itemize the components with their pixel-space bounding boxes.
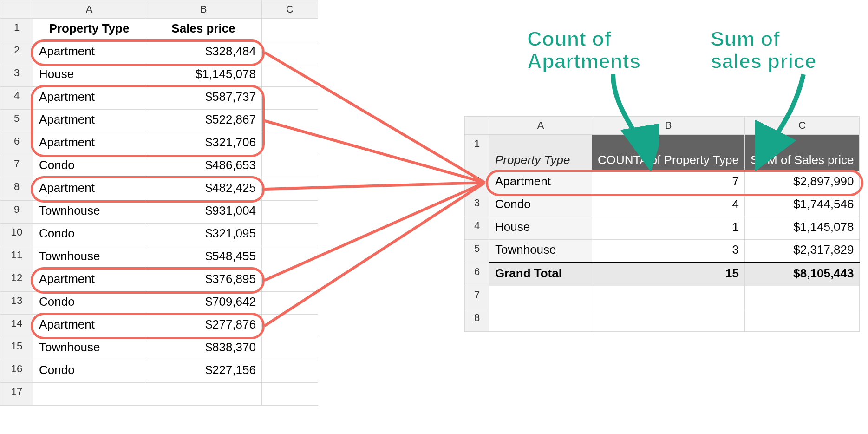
cell-sales-price[interactable]: $486,653: [145, 155, 261, 178]
pivot-row-label[interactable]: Apartment: [489, 171, 592, 194]
row-number[interactable]: 3: [465, 194, 489, 217]
row-number[interactable]: 7: [0, 155, 33, 178]
row-number[interactable]: 10: [0, 224, 33, 246]
header-property-type[interactable]: Property Type: [33, 19, 145, 41]
cell[interactable]: [262, 315, 318, 337]
pivot-sum[interactable]: $2,897,990: [745, 171, 860, 194]
row-number[interactable]: 5: [465, 240, 489, 263]
pivot-row-label[interactable]: House: [489, 217, 592, 239]
row-number[interactable]: 15: [0, 337, 33, 360]
cell[interactable]: [262, 360, 318, 382]
pivot-count[interactable]: 4: [592, 194, 744, 217]
cell-sales-price[interactable]: $522,867: [145, 110, 261, 132]
row-number[interactable]: 17: [0, 383, 33, 406]
pivot-count[interactable]: 1: [592, 217, 744, 239]
cell[interactable]: [262, 178, 318, 200]
cell-property-type[interactable]: Apartment: [33, 132, 145, 155]
row-number[interactable]: 16: [0, 360, 33, 383]
cell-property-type[interactable]: Apartment: [33, 269, 145, 291]
cell-sales-price[interactable]: $587,737: [145, 87, 261, 109]
cell[interactable]: [745, 309, 860, 331]
cell-property-type[interactable]: Apartment: [33, 110, 145, 132]
pivot-count-header[interactable]: COUNTA of Property Type: [592, 148, 744, 171]
row-number[interactable]: 14: [0, 315, 33, 337]
cell[interactable]: [262, 246, 318, 269]
row-number[interactable]: 5: [0, 110, 33, 132]
pivot-sum[interactable]: $1,145,078: [745, 217, 860, 239]
cell-sales-price[interactable]: $1,145,078: [145, 64, 261, 86]
cell-property-type[interactable]: Townhouse: [33, 337, 145, 360]
pivot-row-label-header[interactable]: Property Type: [489, 148, 592, 171]
cell-property-type[interactable]: Townhouse: [33, 201, 145, 223]
cell-property-type[interactable]: Townhouse: [33, 246, 145, 269]
cell-sales-price[interactable]: $709,642: [145, 292, 261, 314]
pivot-row-label[interactable]: Condo: [489, 194, 592, 217]
row-number[interactable]: 4: [0, 87, 33, 110]
cell[interactable]: [262, 155, 318, 178]
column-header-c[interactable]: C: [744, 117, 860, 135]
row-number[interactable]: 2: [465, 171, 489, 194]
row-number[interactable]: 2: [0, 41, 33, 64]
row-number[interactable]: 12: [0, 269, 33, 292]
cell-property-type[interactable]: Apartment: [33, 315, 145, 337]
pivot-sum[interactable]: $1,744,546: [745, 194, 860, 217]
column-header-a[interactable]: A: [489, 117, 592, 135]
column-header-a[interactable]: A: [33, 0, 145, 19]
cell[interactable]: [262, 132, 318, 155]
cell-sales-price[interactable]: $328,484: [145, 41, 261, 64]
cell-sales-price[interactable]: $227,156: [145, 360, 261, 382]
row-number[interactable]: 1: [0, 19, 33, 41]
cell-sales-price[interactable]: $321,095: [145, 224, 261, 246]
cell-property-type[interactable]: Condo: [33, 224, 145, 246]
cell-property-type[interactable]: Apartment: [33, 178, 145, 200]
row-number[interactable]: 11: [0, 246, 33, 269]
cell-property-type[interactable]: [33, 383, 145, 405]
cell[interactable]: [262, 41, 318, 64]
cell-property-type[interactable]: Condo: [33, 155, 145, 178]
cell-sales-price[interactable]: [145, 383, 261, 405]
cell[interactable]: [592, 286, 744, 309]
cell-property-type[interactable]: House: [33, 64, 145, 86]
header-sales-price[interactable]: Sales price: [145, 19, 261, 41]
cell[interactable]: [592, 309, 744, 331]
cell[interactable]: [262, 292, 318, 314]
cell[interactable]: [262, 383, 318, 405]
cell-sales-price[interactable]: $548,455: [145, 246, 261, 269]
cell-sales-price[interactable]: $376,895: [145, 269, 261, 291]
pivot-sum-header[interactable]: SUM of Sales price: [745, 148, 860, 171]
grand-total-sum[interactable]: $8,105,443: [745, 263, 860, 286]
cell[interactable]: [489, 309, 592, 331]
cell[interactable]: [262, 87, 318, 109]
pivot-count[interactable]: 3: [592, 240, 744, 262]
cell[interactable]: [745, 286, 860, 309]
column-header-b[interactable]: B: [592, 117, 745, 135]
pivot-sum[interactable]: $2,317,829: [745, 240, 860, 262]
cell[interactable]: [262, 19, 318, 41]
pivot-count[interactable]: 7: [592, 171, 744, 194]
row-number[interactable]: 6: [0, 132, 33, 155]
row-number[interactable]: 13: [0, 292, 33, 315]
column-header-b[interactable]: B: [145, 0, 262, 19]
cell[interactable]: [262, 201, 318, 223]
row-number[interactable]: 6: [465, 263, 489, 286]
cell-sales-price[interactable]: $931,004: [145, 201, 261, 223]
cell[interactable]: [262, 110, 318, 132]
row-number[interactable]: 9: [0, 201, 33, 224]
cell-sales-price[interactable]: $321,706: [145, 132, 261, 155]
row-number[interactable]: 3: [0, 64, 33, 87]
cell-property-type[interactable]: Apartment: [33, 41, 145, 64]
cell-sales-price[interactable]: $838,370: [145, 337, 261, 360]
cell[interactable]: [262, 224, 318, 246]
cell[interactable]: [489, 286, 592, 309]
cell-sales-price[interactable]: $277,876: [145, 315, 261, 337]
row-number[interactable]: 8: [465, 309, 489, 332]
cell[interactable]: [262, 269, 318, 291]
pivot-row-label[interactable]: Townhouse: [489, 240, 592, 262]
cell-sales-price[interactable]: $482,425: [145, 178, 261, 200]
row-number[interactable]: 8: [0, 178, 33, 201]
cell[interactable]: [262, 337, 318, 360]
cell-property-type[interactable]: Condo: [33, 360, 145, 382]
row-number[interactable]: 4: [465, 217, 489, 240]
grand-total-count[interactable]: 15: [592, 263, 744, 286]
row-number[interactable]: 1: [465, 135, 489, 171]
